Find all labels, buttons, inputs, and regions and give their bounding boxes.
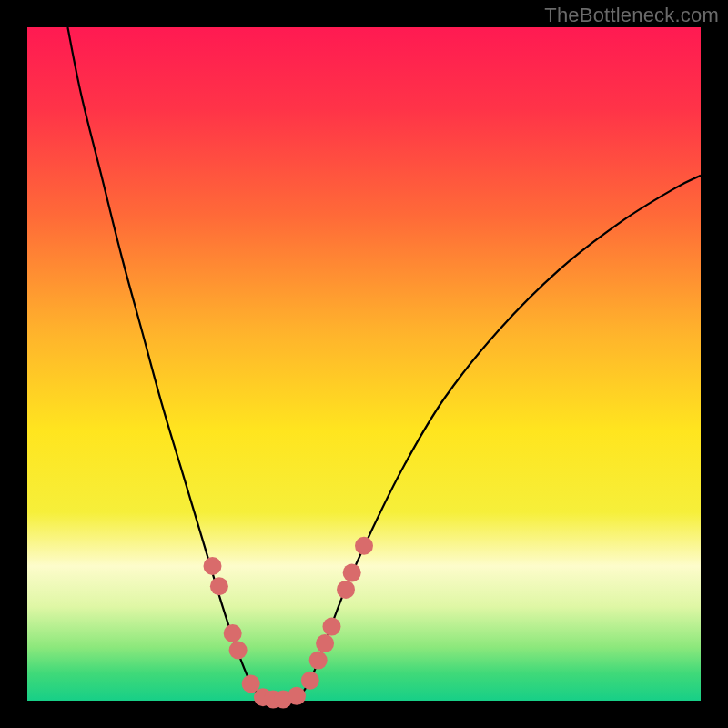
marker-dot: [355, 537, 373, 555]
marker-dot: [288, 687, 306, 705]
chart-frame: TheBottleneck.com: [0, 0, 728, 728]
chart-svg: [0, 0, 728, 728]
marker-dot: [343, 563, 361, 581]
marker-dot: [316, 634, 334, 652]
watermark-text: TheBottleneck.com: [544, 4, 719, 27]
marker-dot: [337, 581, 355, 599]
marker-dot: [322, 618, 340, 636]
marker-dot: [224, 624, 242, 642]
marker-dot: [229, 642, 248, 660]
marker-dot: [242, 675, 260, 693]
marker-dot: [309, 652, 328, 670]
plot-background: [27, 27, 701, 701]
marker-dot: [204, 557, 222, 575]
marker-dot: [301, 672, 319, 690]
marker-dot: [210, 577, 228, 595]
